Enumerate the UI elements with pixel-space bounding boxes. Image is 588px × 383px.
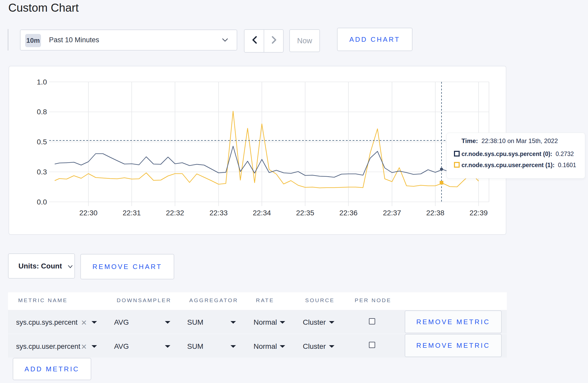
svg-text:22:36: 22:36 bbox=[339, 209, 358, 217]
svg-text:22:32: 22:32 bbox=[166, 209, 184, 217]
svg-text:22:38: 22:38 bbox=[426, 209, 444, 217]
svg-text:22:35: 22:35 bbox=[296, 209, 314, 217]
svg-text:1.0: 1.0 bbox=[37, 78, 47, 86]
svg-text:22:34: 22:34 bbox=[253, 209, 271, 217]
svg-text:22:33: 22:33 bbox=[209, 209, 228, 217]
svg-text:22:39: 22:39 bbox=[470, 209, 488, 217]
svg-text:0.0: 0.0 bbox=[37, 198, 47, 206]
svg-text:0.3: 0.3 bbox=[37, 168, 47, 176]
svg-text:22:37: 22:37 bbox=[383, 209, 401, 217]
svg-text:0.8: 0.8 bbox=[37, 108, 47, 116]
svg-text:22:31: 22:31 bbox=[123, 209, 141, 217]
svg-text:0.5: 0.5 bbox=[37, 138, 47, 146]
svg-text:22:30: 22:30 bbox=[79, 209, 97, 217]
